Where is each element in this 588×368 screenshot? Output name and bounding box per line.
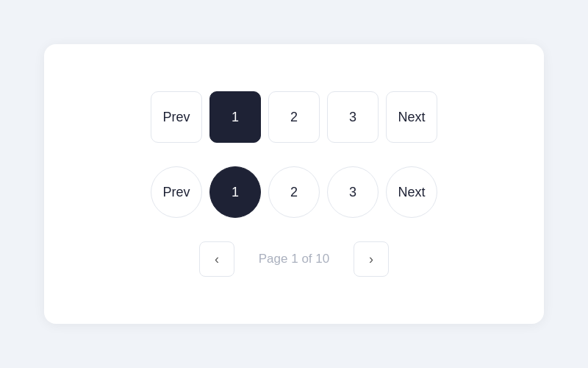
page-3-button-pill[interactable]: 3 [327, 166, 379, 218]
page-3-button-square[interactable]: 3 [327, 91, 379, 143]
next-button-pill[interactable]: Next [386, 166, 437, 218]
page-1-button-pill[interactable]: 1 [209, 166, 261, 218]
next-button-square[interactable]: Next [386, 91, 437, 143]
next-page-arrow[interactable]: › [354, 241, 389, 277]
pagination-row-square: Prev 1 2 3 Next [151, 91, 437, 143]
pagination-row-pill: Prev 1 2 3 Next [151, 166, 437, 218]
pagination-card: Prev 1 2 3 Next Prev 1 2 3 Next ‹ Page 1… [44, 44, 544, 324]
prev-button-pill[interactable]: Prev [151, 166, 202, 218]
page-1-button-square[interactable]: 1 [209, 91, 261, 143]
prev-page-arrow[interactable]: ‹ [199, 241, 234, 277]
prev-button-square[interactable]: Prev [151, 91, 202, 143]
page-label: Page 1 of 10 [246, 252, 342, 266]
page-info-row: ‹ Page 1 of 10 › [199, 241, 389, 277]
page-2-button-pill[interactable]: 2 [268, 166, 320, 218]
page-2-button-square[interactable]: 2 [268, 91, 320, 143]
